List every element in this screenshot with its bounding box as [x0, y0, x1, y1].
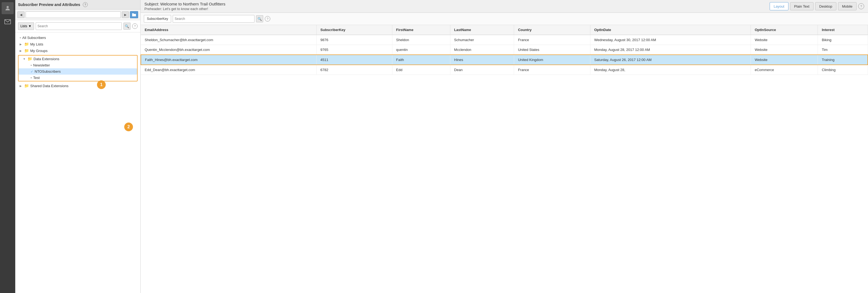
col-optindate[interactable]: OptInDate [590, 25, 751, 35]
table-row[interactable]: Sheldon_Schumacher@bh.exacttarget.com987… [141, 35, 868, 45]
cell-country: France [514, 65, 590, 75]
cell-subscriberkey: 6782 [317, 65, 392, 75]
desktop-button[interactable]: Desktop [815, 2, 836, 10]
cell-lastname: Mcclendon [450, 45, 514, 55]
my-lists-label: My Lists [30, 42, 43, 46]
tree-all-subscribers[interactable]: ● All Subscribers [15, 35, 140, 41]
all-subscribers-label: All Subscribers [22, 36, 46, 40]
table-container: EmailAddress SubscriberKey FirstName Las… [141, 25, 868, 293]
search-button[interactable]: 🔍 [123, 23, 130, 30]
left-panel-header: Subscriber Preview and Attributes ? [15, 0, 140, 9]
cell-optindate: Monday, August 28, [590, 65, 751, 75]
bullet-icon: ● [20, 36, 21, 39]
cell-emailaddress: Quentin_Mcclendon@bh.exacttarget.com [141, 45, 317, 55]
email-subject: Subject: Welcome to Northern Trail Outfi… [145, 2, 225, 6]
cell-emailaddress: Sheldon_Schumacher@bh.exacttarget.com [141, 35, 317, 45]
col-firstname[interactable]: FirstName [392, 25, 450, 35]
col-country[interactable]: Country [514, 25, 590, 35]
table-row[interactable]: Edd_Dean@bh.exacttarget.com6782EddDeanFr… [141, 65, 868, 75]
cell-firstname: Edd [392, 65, 450, 75]
lists-dropdown[interactable]: Lists ▼ [18, 22, 34, 30]
search-input[interactable] [38, 24, 120, 28]
cell-country: United Kingdom [514, 55, 590, 65]
bullet-icon: ● [31, 76, 32, 79]
cell-lastname: Dean [450, 65, 514, 75]
subscriber-search-button[interactable]: 🔍 [256, 15, 263, 22]
badge-1: 1 [97, 80, 106, 89]
cell-country: France [514, 35, 590, 45]
cell-interest: Climbing [818, 65, 868, 75]
tree-shared-data-extensions[interactable]: ▶ 📁 Shared Data Extensions [15, 83, 140, 89]
cell-optinsource: Website [751, 45, 818, 55]
cell-optinsource: Website [751, 55, 818, 65]
plain-text-button[interactable]: Plain Text [790, 2, 813, 10]
mail-icon[interactable] [2, 16, 13, 28]
nav-bar: ◀ ▶ [15, 9, 140, 20]
table-row[interactable]: Faith_Hines@bh.exacttarget.com4511FaithH… [141, 55, 868, 65]
subscriber-search-help-icon[interactable]: ? [265, 16, 270, 22]
cell-optindate: Wednesday, August 30, 2017 12:00 AM [590, 35, 751, 45]
col-optinsource[interactable]: OptInSource [751, 25, 818, 35]
subscriber-search-bar: SubscriberKey 🔍 ? [141, 13, 868, 25]
search-bar: Lists ▼ 🔍 ? [15, 20, 140, 32]
tree-my-groups[interactable]: ▶ 📁 My Groups [15, 47, 140, 54]
nav-forward-button[interactable]: ▶ [122, 11, 129, 18]
top-toolbar: Subject: Welcome to Northern Trail Outfi… [141, 0, 868, 13]
cell-interest: Biking [818, 35, 868, 45]
cell-emailaddress: Faith_Hines@bh.exacttarget.com [141, 55, 317, 65]
folder-icon: 📁 [24, 42, 29, 46]
folder-icon: 📁 [24, 84, 29, 88]
left-panel: Subscriber Preview and Attributes ? ◀ ▶ … [15, 0, 141, 293]
cell-lastname: Hines [450, 55, 514, 65]
panel-help-icon[interactable]: ? [83, 2, 88, 7]
tree-data-extensions[interactable]: ▼ 📁 Data Extensions [19, 56, 137, 62]
col-interest[interactable]: Interest [818, 25, 868, 35]
subscribers-table: EmailAddress SubscriberKey FirstName Las… [141, 25, 868, 75]
tree-newsletter[interactable]: ● Newsletter [19, 62, 137, 68]
col-lastname[interactable]: LastName [450, 25, 514, 35]
shared-data-extensions-label: Shared Data Extensions [30, 84, 68, 88]
tree-nto-subscribers[interactable]: ✓ NTOSubscribers [19, 68, 137, 75]
col-key[interactable]: SubscriberKey [317, 25, 392, 35]
icon-sidebar [0, 0, 15, 293]
cell-optinsource: Website [751, 35, 818, 45]
newsletter-label: Newsletter [33, 63, 50, 67]
cell-lastname: Schumacher [450, 35, 514, 45]
cell-optinsource: eCommerce [751, 65, 818, 75]
nav-folder-button[interactable] [130, 11, 138, 18]
layout-button[interactable]: Layout [770, 2, 788, 10]
subscriber-key-badge: SubscriberKey [144, 15, 171, 23]
table-body: Sheldon_Schumacher@bh.exacttarget.com987… [141, 35, 868, 75]
cell-firstname: Sheldon [392, 35, 450, 45]
bullet-icon: ● [31, 64, 32, 66]
app-container: Subscriber Preview and Attributes ? ◀ ▶ … [0, 0, 868, 293]
mobile-button[interactable]: Mobile [838, 2, 857, 10]
email-preheader: Preheader: Let's get to know each other! [145, 7, 225, 11]
cell-optindate: Saturday, August 26, 2017 12:00 AM [590, 55, 751, 65]
col-email[interactable]: EmailAddress [141, 25, 317, 35]
toolbar-help-icon[interactable]: ? [858, 3, 864, 9]
expand-down-icon: ▼ [23, 58, 26, 60]
data-extensions-label: Data Extensions [33, 57, 59, 61]
nto-subscribers-label: NTOSubscribers [35, 69, 61, 73]
subscriber-search-input[interactable] [175, 17, 253, 21]
nav-back-button[interactable]: ◀ [18, 11, 25, 18]
cell-subscriberkey: 9876 [317, 35, 392, 45]
cell-subscriberkey: 4511 [317, 55, 392, 65]
nav-path-input[interactable] [26, 11, 121, 18]
search-input-wrap [36, 22, 122, 30]
my-groups-label: My Groups [30, 49, 48, 53]
tree-container: ● All Subscribers ▶ 📁 My Lists ▶ 📁 My Gr… [15, 32, 140, 293]
cell-optindate: Monday, August 28, 2017 12:00 AM [590, 45, 751, 55]
expand-icon: ▶ [20, 43, 23, 46]
tree-my-lists[interactable]: ▶ 📁 My Lists [15, 41, 140, 47]
check-icon: ✓ [31, 70, 33, 73]
dropdown-arrow-icon: ▼ [28, 24, 32, 28]
table-row[interactable]: Quentin_Mcclendon@bh.exacttarget.com9765… [141, 45, 868, 55]
data-extensions-box: ▼ 📁 Data Extensions ● Newsletter ✓ NTOSu… [18, 55, 137, 82]
tree-test[interactable]: ● Test [19, 75, 137, 81]
avatar-icon[interactable] [2, 2, 13, 14]
cell-country: United States [514, 45, 590, 55]
expand-icon: ▶ [20, 49, 23, 52]
search-help-icon[interactable]: ? [132, 24, 137, 29]
